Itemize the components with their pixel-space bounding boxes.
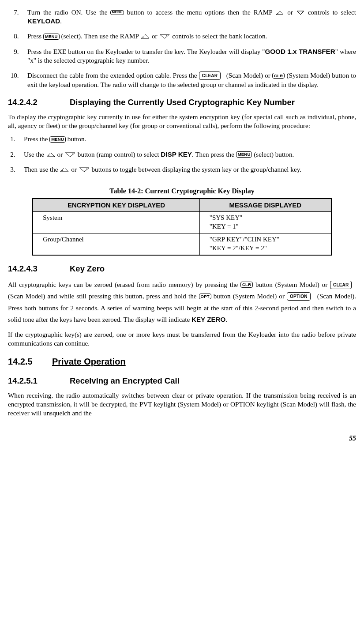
menu-button-icon: MENU [49, 136, 66, 142]
step-b1: Press the MENU button. [20, 135, 356, 143]
ramp-down-icon [64, 152, 76, 157]
th-encryption: ENCRYPTION KEY DISPLAYED [33, 199, 199, 211]
procedure-list-b: Press the MENU button. Use the or button… [8, 135, 356, 174]
clear-button-icon: CLEAR [199, 72, 221, 80]
text: . Then press the [192, 151, 236, 158]
svg-point-3 [302, 11, 302, 12]
ramp-up-icon [275, 11, 284, 15]
table-header-row: ENCRYPTION KEY DISPLAYED MESSAGE DISPLAY… [33, 199, 331, 211]
heading-14-2-5: 14.2.5Private Operation [8, 356, 356, 368]
heading-number: 14.2.5.1 [8, 376, 70, 387]
key-zero-paragraph-2: If the cryptographic key(s) are zeroed, … [8, 330, 356, 348]
text: or [69, 166, 78, 173]
svg-marker-14 [79, 168, 89, 172]
heading-number: 14.2.5 [8, 356, 52, 368]
text: Use the [24, 151, 46, 158]
heading-title: Receiving an Encrypted Call [70, 376, 180, 385]
text: Turn the radio ON. Use the [27, 8, 110, 16]
text: "SYS KEY" [210, 214, 242, 221]
text: or [284, 8, 296, 16]
menu-button-icon: MENU [110, 10, 124, 15]
svg-point-13 [62, 170, 63, 171]
td-group-msg: "GRP KEY"/"CHN KEY" "KEY = 2"/KEY = 2" [199, 233, 331, 255]
svg-point-11 [72, 153, 73, 154]
heading-title: Displaying the Currently Used Cryptograp… [70, 98, 295, 107]
ramp-up-icon [60, 167, 69, 172]
procedure-list-a: Turn the radio ON. Use the MENU button t… [8, 8, 356, 89]
text: button. [66, 135, 86, 143]
step-9: Press the EXE button on the Keyloader to… [24, 47, 356, 65]
svg-marker-0 [276, 11, 283, 15]
menu-button-icon: MENU [43, 34, 60, 39]
heading-number: 14.2.4.2 [8, 97, 70, 108]
step-10: Disconnect the cable from the extended o… [24, 71, 356, 89]
receiving-encrypted-paragraph: When receiving, the radio automatically … [8, 391, 356, 418]
svg-marker-12 [60, 168, 68, 172]
svg-marker-8 [47, 153, 55, 157]
table-caption: Table 14-2: Current Cryptographic Key Di… [8, 186, 356, 196]
svg-marker-4 [141, 34, 149, 38]
intro-paragraph: To display the cryptographic key current… [8, 113, 356, 130]
heading-title: Private Operation [52, 357, 126, 366]
menu-button-icon: MENU [236, 151, 252, 157]
text: . [225, 316, 227, 323]
disp-key-label: DISP KEY [161, 151, 192, 158]
keyload-label: KEYLOAD [27, 17, 60, 25]
svg-marker-6 [160, 34, 169, 38]
th-message: MESSAGE DISPLAYED [199, 199, 331, 211]
svg-point-1 [278, 13, 278, 14]
step-8: Press MENU (select). Then use the RAMP o… [24, 32, 356, 41]
heading-14-2-4-3: 14.2.4.3Key Zero [8, 264, 356, 275]
heading-title: Key Zero [70, 264, 105, 273]
ramp-down-icon [159, 34, 170, 39]
svg-point-15 [86, 169, 87, 169]
text: (Scan Model) and while still pressing th… [8, 292, 199, 300]
text: Press the EXE button on the Keyloader to… [27, 48, 265, 55]
text: or [56, 151, 64, 158]
text: "GRP KEY"/"CHN KEY" [210, 236, 279, 243]
key-zero-label: KEY ZERO [191, 316, 225, 323]
td-system-msg: "SYS KEY" "KEY = 1" [199, 212, 331, 233]
opt-button-icon: OPT [199, 294, 211, 299]
text: button (System Model) or [211, 292, 287, 300]
svg-marker-2 [297, 11, 304, 15]
text: All cryptographic keys can be zeroed (er… [8, 281, 240, 288]
svg-marker-10 [65, 153, 75, 157]
clr-button-icon: CLR [272, 73, 285, 79]
page-number: 55 [8, 433, 356, 443]
clr-button-icon: CLR [240, 282, 253, 287]
text: . [60, 17, 62, 25]
text: (Scan Model) or [225, 72, 273, 79]
text: "KEY = 2"/KEY = 2" [210, 245, 267, 252]
good-transfer-label: GOOD 1.x TRANSFER [265, 48, 335, 55]
text: or [150, 32, 159, 40]
text: button to access the menu options then t… [124, 8, 275, 16]
text: (select) button. [252, 151, 294, 158]
ramp-up-icon [140, 34, 150, 39]
text: button (ramp control) to select [76, 151, 161, 158]
clear-button-icon: CLEAR [330, 281, 352, 289]
option-button-icon: OPTION [287, 292, 311, 301]
svg-point-9 [48, 155, 49, 156]
text: buttons to toggle between displaying the… [90, 166, 301, 173]
text: Disconnect the cable from the extended o… [27, 72, 199, 79]
step-b3: Then use the or buttons to toggle betwee… [20, 165, 356, 174]
step-b2: Use the or button (ramp control) to sele… [20, 150, 356, 159]
crypto-key-table: ENCRYPTION KEY DISPLAYED MESSAGE DISPLAY… [32, 198, 332, 256]
step-7: Turn the radio ON. Use the MENU button t… [24, 8, 356, 26]
text: Press the [24, 135, 49, 143]
heading-14-2-5-1: 14.2.5.1Receiving an Encrypted Call [8, 376, 356, 387]
heading-number: 14.2.4.3 [8, 264, 70, 275]
text: controls to select [305, 8, 356, 16]
text: button (System Model) or [253, 281, 330, 288]
text: "KEY = 1" [210, 223, 239, 230]
text: Then use the [24, 166, 60, 173]
ramp-up-icon [46, 152, 56, 157]
ramp-down-icon [79, 167, 90, 172]
text: (select). Then use the RAMP [60, 32, 140, 40]
td-group: Group/Channel [33, 233, 199, 255]
svg-point-5 [143, 37, 144, 38]
table-row: System "SYS KEY" "KEY = 1" [33, 212, 331, 233]
text: controls to select the bank location. [170, 32, 267, 40]
key-zero-paragraph-1: All cryptographic keys can be zeroed (er… [8, 279, 356, 326]
